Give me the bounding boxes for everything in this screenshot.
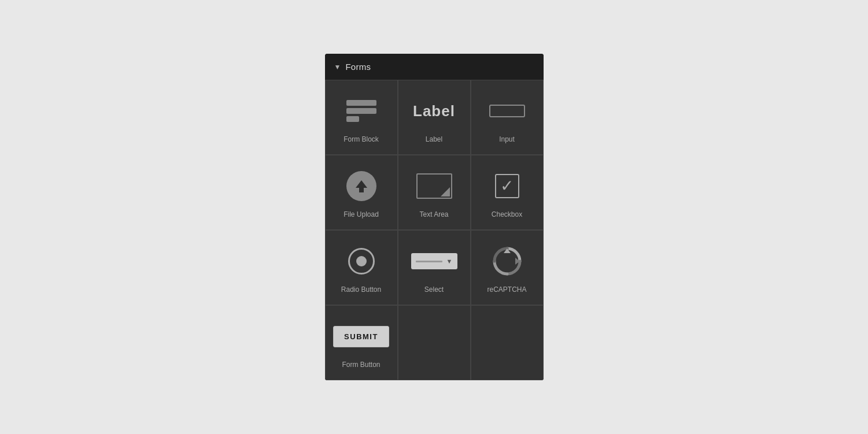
file-upload-label: File Upload: [343, 210, 379, 218]
checkbox-label: Checkbox: [492, 210, 522, 218]
grid-item-form-button[interactable]: SUBMIT Form Button: [325, 305, 398, 380]
recaptcha-icon: [492, 244, 522, 279]
grid-item-text-area[interactable]: Text Area: [398, 155, 471, 230]
label-item-label: Label: [426, 135, 442, 143]
radio-button-label: Radio Button: [341, 285, 381, 294]
select-label: Select: [424, 285, 444, 294]
upload-icon: [346, 169, 376, 203]
select-icon: ▼: [411, 244, 457, 279]
input-label: Input: [499, 135, 515, 143]
label-icon: Label: [413, 94, 455, 128]
form-block-label: Form Block: [343, 135, 379, 143]
grid-item-checkbox[interactable]: ✓ Checkbox: [471, 155, 544, 230]
grid-item-radio-button[interactable]: Radio Button: [325, 230, 398, 305]
chevron-icon: ▼: [334, 63, 341, 71]
grid-item-input[interactable]: Input: [471, 80, 544, 155]
text-area-label: Text Area: [419, 210, 448, 218]
checkbox-icon: ✓: [495, 169, 519, 203]
grid-item-empty-2: [471, 305, 544, 380]
grid-item-empty-1: [398, 305, 471, 380]
form-button-icon: SUBMIT: [333, 319, 389, 354]
grid-item-label[interactable]: Label Label: [398, 80, 471, 155]
input-icon: [489, 94, 525, 128]
panel-title: Forms: [345, 62, 371, 72]
form-button-label: Form Button: [342, 361, 380, 369]
grid-item-form-block[interactable]: Form Block: [325, 80, 398, 155]
recaptcha-label: reCAPTCHA: [487, 285, 526, 294]
submit-preview: SUBMIT: [333, 326, 389, 347]
textarea-icon: [416, 169, 452, 203]
radio-icon: [348, 244, 375, 279]
items-grid: Form Block Label Label Input: [325, 80, 544, 380]
form-block-icon: [346, 94, 376, 128]
svg-marker-0: [356, 180, 367, 192]
forms-panel: ▼ Forms Form Block Label Label: [325, 54, 544, 380]
grid-item-select[interactable]: ▼ Select: [398, 230, 471, 305]
panel-header: ▼ Forms: [325, 54, 544, 80]
grid-item-file-upload[interactable]: File Upload: [325, 155, 398, 230]
grid-item-recaptcha[interactable]: reCAPTCHA: [471, 230, 544, 305]
